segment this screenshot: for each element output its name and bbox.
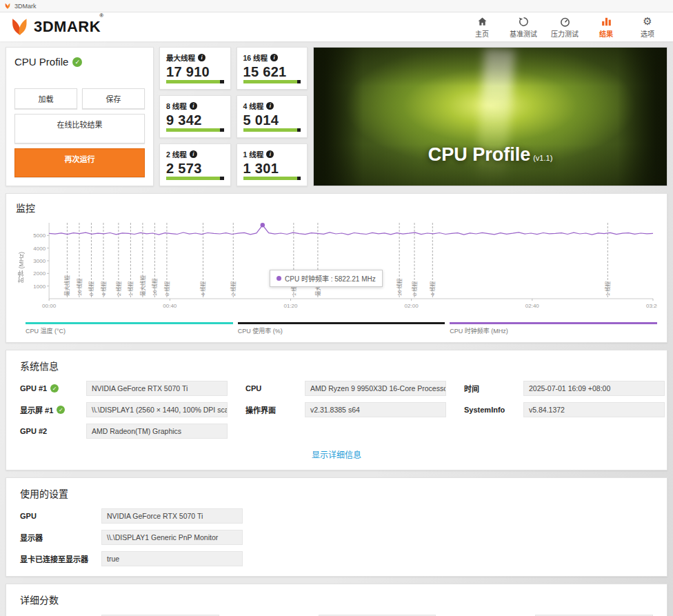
gpu1-value: NVIDIA GeForce RTX 5070 Ti (86, 381, 228, 396)
monitoring-title: 监控 (16, 201, 657, 215)
registered-mark: ® (99, 12, 103, 19)
info-icon[interactable]: i (266, 150, 274, 158)
system-info-col1: GPU #1✓ NVIDIA GeForce RTX 5070 Ti 显示屏 #… (20, 381, 228, 439)
app-header: 3DMARK® 主页 基准测试 压力测试 结果 ⚙ 选项 (0, 12, 673, 41)
settings-title: 使用的设置 (20, 486, 653, 500)
tooltip-text: CPU 时钟频率 : 5822.21 MHz (285, 273, 376, 284)
time-value: 2025-07-01 16:09 +08:00 (523, 381, 665, 396)
svg-text:4 线程: 4 线程 (199, 281, 206, 296)
score-card-max-threads: 最大线程i 17 910 (159, 47, 231, 90)
settings-section: 使用的设置 GPU NVIDIA GeForce RTX 5070 Ti 显示器… (6, 477, 667, 577)
score-label: 16 线程 (243, 52, 268, 63)
svg-text:02:40: 02:40 (525, 303, 540, 309)
settings-gpu-row: GPU NVIDIA GeForce RTX 5070 Ti (20, 508, 653, 524)
check-icon: ✓ (50, 384, 59, 393)
result-actions-panel: CPU Profile ✓ 加载 保存 在线比较结果 再次运行 (6, 47, 154, 186)
cpu-row: CPU AMD Ryzen 9 9950X3D 16-Core Processo… (245, 381, 446, 396)
cpu-clock-line-chart: 1000200030004000500000:0000:4001:2002:00… (26, 217, 657, 318)
nav-options[interactable]: ⚙ 选项 (632, 16, 663, 39)
system-info-title: 系统信息 (20, 359, 653, 372)
score-card-2-threads: 2 线程i 2 573 (159, 143, 231, 186)
settings-display-label: 显示器 (20, 532, 101, 543)
score-bar (166, 80, 224, 83)
result-summary-row: CPU Profile ✓ 加载 保存 在线比较结果 再次运行 最大线程i 17… (6, 47, 667, 186)
score-card-8-threads: 8 线程i 9 342 (159, 95, 231, 138)
result-title: CPU Profile (14, 56, 68, 68)
show-details-link[interactable]: 显示详细信息 (20, 448, 653, 460)
result-title-row: CPU Profile ✓ (14, 56, 145, 68)
svg-text:5000: 5000 (33, 232, 46, 239)
svg-text:2000: 2000 (33, 270, 46, 277)
nav-benchmark[interactable]: 基准测试 (508, 16, 539, 39)
info-icon[interactable]: i (190, 150, 197, 158)
load-button[interactable]: 加载 (14, 88, 77, 109)
svg-text:8 线程: 8 线程 (163, 281, 170, 296)
display1-row: 显示屏 #1✓ \\.\DISPLAY1 (2560 × 1440, 100% … (20, 402, 228, 417)
legend-cpu-temp[interactable]: CPU 温度 (°C) (26, 322, 233, 335)
window-title: 3DMark (14, 3, 37, 10)
nav-results[interactable]: 结果 (590, 16, 622, 39)
svg-text:最大线程: 最大线程 (139, 275, 146, 296)
logo-text: 3DMARK® (34, 18, 106, 36)
legend-cpu-clock[interactable]: CPU 时钟频率 (MHz) (450, 322, 657, 335)
svg-text:1000: 1000 (33, 284, 46, 290)
score-label: 4 线程 (243, 101, 264, 111)
svg-text:1 线程: 1 线程 (604, 281, 611, 296)
gpu1-row: GPU #1✓ NVIDIA GeForce RTX 5070 Ti (20, 381, 228, 396)
score-bar (166, 177, 224, 180)
time-label: 时间 (464, 383, 523, 394)
info-icon[interactable]: i (270, 54, 278, 61)
settings-display-value: \\.\DISPLAY1 Generic PnP Monitor (101, 530, 243, 545)
cpu-value: AMD Ryzen 9 9950X3D 16-Core Processor (305, 381, 446, 396)
score-bar (166, 128, 224, 132)
ui-version-row: 操作界面 v2.31.8385 s64 (245, 402, 446, 417)
gear-icon: ⚙ (643, 16, 652, 28)
info-icon[interactable]: i (266, 102, 274, 110)
score-value: 15 621 (243, 64, 301, 80)
benchmark-hero-image: CPU Profile(v1.1) (313, 47, 667, 186)
app-flame-icon (4, 3, 11, 10)
score-value: 1 301 (243, 161, 301, 177)
system-info-col3: 时间 2025-07-01 16:09 +08:00 SystemInfo v5… (464, 381, 665, 439)
legend-label: CPU 使用率 (%) (238, 326, 445, 335)
chart-legend: CPU 温度 (°C) CPU 使用率 (%) CPU 时钟频率 (MHz) (16, 322, 657, 335)
stress-gauge-icon (559, 16, 571, 28)
legend-label: CPU 时钟频率 (MHz) (450, 326, 657, 335)
legend-cpu-usage[interactable]: CPU 使用率 (%) (238, 322, 445, 335)
svg-text:4000: 4000 (33, 246, 46, 252)
hero-title: CPU Profile(v1.1) (314, 144, 667, 166)
logo: 3DMARK® (10, 17, 106, 37)
main-nav: 主页 基准测试 压力测试 结果 ⚙ 选项 (466, 16, 663, 39)
score-cards-grid: 最大线程i 17 910 16 线程i 15 621 8 线程i 9 342 4… (159, 47, 308, 186)
score-label: 8 线程 (166, 101, 187, 111)
legend-bar-usage (238, 322, 445, 324)
score-value: 17 910 (166, 64, 224, 80)
benchmark-icon (518, 16, 530, 28)
svg-text:1 线程: 1 线程 (127, 281, 134, 296)
chart-tooltip: CPU 时钟频率 : 5822.21 MHz (270, 270, 383, 287)
compare-online-button[interactable]: 在线比较结果 (14, 114, 145, 143)
clock-chart-area: 时钟 (MHz) 1000200030004000500000:0000:400… (16, 217, 657, 318)
score-card-16-threads: 16 线程i 15 621 (237, 47, 308, 90)
systeminfo-version-row: SystemInfo v5.84.1372 (464, 402, 665, 417)
results-bars-icon (601, 16, 612, 28)
score-card-1-thread: 1 线程i 1 301 (237, 143, 308, 186)
nav-stress-test[interactable]: 压力测试 (549, 16, 581, 39)
settings-connected-value: true (101, 551, 243, 566)
nav-home[interactable]: 主页 (466, 16, 498, 39)
display1-value: \\.\DISPLAY1 (2560 × 1440, 100% DPI scal… (86, 402, 228, 417)
info-icon[interactable]: i (190, 102, 197, 110)
settings-gpu-value: NVIDIA GeForce RTX 5070 Ti (101, 508, 243, 524)
hero-version: (v1.1) (533, 154, 552, 162)
home-icon (476, 16, 488, 28)
svg-text:2 线程: 2 线程 (115, 281, 122, 296)
run-again-button[interactable]: 再次运行 (14, 148, 145, 178)
svg-text:4 线程: 4 线程 (100, 281, 107, 296)
ui-version-value: v2.31.8385 s64 (305, 402, 446, 417)
check-icon: ✓ (57, 406, 65, 414)
gpu2-row: GPU #2 AMD Radeon(TM) Graphics (20, 424, 228, 439)
nav-options-label: 选项 (641, 28, 654, 39)
info-icon[interactable]: i (198, 54, 205, 61)
save-button[interactable]: 保存 (82, 88, 145, 109)
nav-benchmark-label: 基准测试 (510, 28, 537, 39)
